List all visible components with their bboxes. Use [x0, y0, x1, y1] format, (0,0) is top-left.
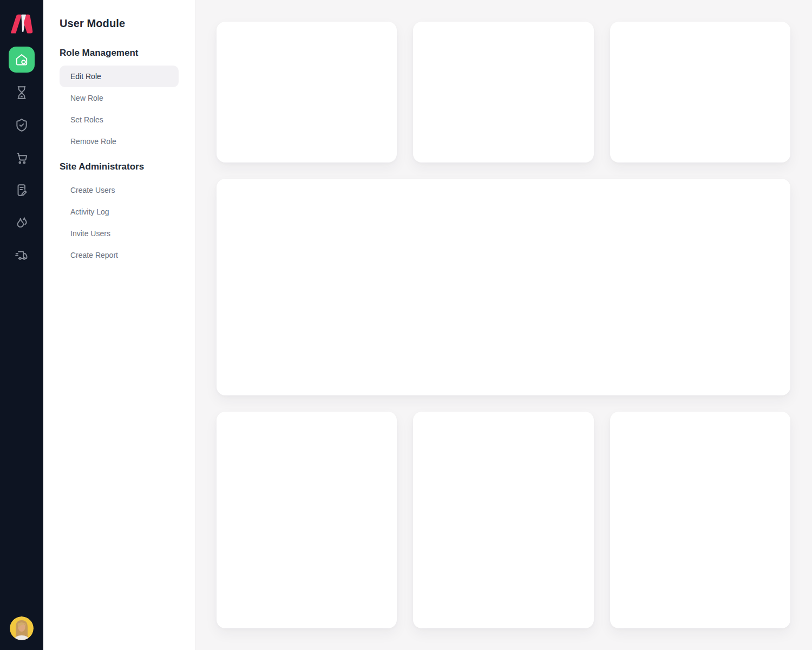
rail-nav	[9, 76, 35, 271]
sidebar-item-set-roles[interactable]: Set Roles	[60, 109, 179, 131]
card-bottom-center	[413, 412, 593, 628]
role-management-list: Edit Role New Role Set Roles Remove Role	[60, 66, 179, 152]
sidebar-item-new-role[interactable]: New Role	[60, 87, 179, 109]
rail-item-truck[interactable]	[9, 239, 35, 271]
card-bottom-left	[217, 412, 397, 628]
card-top-center	[413, 22, 593, 162]
main-content	[195, 0, 812, 650]
rail-item-droplets[interactable]	[9, 206, 35, 239]
rail-item-hourglass[interactable]	[9, 76, 35, 109]
shield-check-icon	[15, 118, 29, 132]
card-top-left	[217, 22, 397, 162]
brand-m-logo-icon	[9, 12, 34, 36]
rail-item-shield[interactable]	[9, 109, 35, 141]
delivery-truck-icon	[15, 248, 29, 262]
page-title: User Module	[60, 17, 179, 30]
brand-logo[interactable]	[9, 11, 35, 38]
sidebar-item-edit-role[interactable]: Edit Role	[60, 66, 179, 87]
sidebar-item-activity-log[interactable]: Activity Log	[60, 201, 179, 223]
rail-item-cart[interactable]	[9, 141, 35, 174]
section-heading-site-administrators: Site Administrators	[60, 161, 179, 172]
notebook-pen-icon	[15, 183, 29, 197]
sidebar-item-create-users[interactable]: Create Users	[60, 179, 179, 201]
hourglass-icon	[15, 86, 29, 100]
user-avatar-photo	[10, 616, 34, 640]
app-rail	[0, 0, 43, 650]
sidebar-item-remove-role[interactable]: Remove Role	[60, 131, 179, 152]
user-avatar[interactable]	[10, 616, 34, 640]
site-administrators-list: Create Users Activity Log Invite Users C…	[60, 179, 179, 266]
rail-item-notes[interactable]	[9, 174, 35, 206]
shopping-cart-icon	[15, 151, 29, 165]
sidebar-item-invite-users[interactable]: Invite Users	[60, 223, 179, 244]
card-top-right	[610, 22, 790, 162]
sidebar: User Module Role Management Edit Role Ne…	[43, 0, 195, 650]
rail-item-home[interactable]	[9, 47, 35, 73]
droplets-icon	[15, 216, 29, 230]
sidebar-item-create-report[interactable]: Create Report	[60, 244, 179, 266]
card-middle-wide	[217, 179, 790, 395]
card-bottom-right	[610, 412, 790, 628]
home-icon	[15, 53, 29, 67]
section-heading-role-management: Role Management	[60, 48, 179, 58]
